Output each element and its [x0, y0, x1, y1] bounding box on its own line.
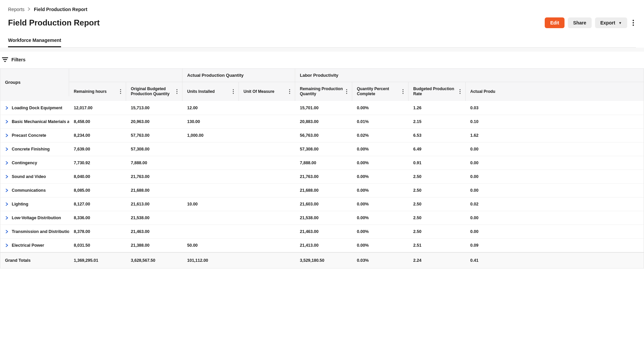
- span-header-labor-productivity[interactable]: Labor Productivity: [295, 69, 513, 82]
- svg-point-14: [233, 93, 234, 94]
- cell-remaining-hours: 8,336.00: [69, 211, 126, 225]
- group-name: Communications: [12, 188, 46, 193]
- expand-icon[interactable]: [6, 175, 8, 178]
- more-actions-button[interactable]: [631, 18, 636, 28]
- col-label: Original Budgeted Production Quantity: [131, 86, 176, 97]
- cell-units-installed: 12.00: [182, 101, 239, 115]
- cell-units-installed: [182, 142, 239, 156]
- cell-remaining-prod-qty: 57,308.00: [295, 142, 352, 156]
- table-row: Communications8,085.0021,688.0021,688.00…: [0, 183, 644, 197]
- svg-point-15: [289, 89, 290, 90]
- group-name: Precast Concrete: [12, 133, 46, 138]
- column-header-original-budgeted-qty[interactable]: Original Budgeted Production Quantity: [126, 82, 182, 101]
- expand-icon[interactable]: [6, 134, 8, 137]
- cell-actual-prod-rate: 0.10: [466, 115, 513, 128]
- expand-icon[interactable]: [6, 216, 8, 220]
- expand-icon[interactable]: [6, 120, 8, 123]
- cell-remaining-prod-qty: 21,603.00: [295, 197, 352, 211]
- span-header-blank: [69, 69, 182, 82]
- table-row: Loading Dock Equipment12,017.0015,713.00…: [0, 101, 644, 115]
- span-header-actual-production-quantity[interactable]: Actual Production Quantity: [182, 69, 295, 82]
- filter-icon: [2, 57, 8, 62]
- chevron-right-icon: [28, 7, 31, 11]
- cell-actual-prod-rate: 0.00: [466, 170, 513, 183]
- svg-point-26: [460, 93, 461, 94]
- column-menu-icon[interactable]: [120, 89, 121, 94]
- breadcrumb-root[interactable]: Reports: [8, 7, 24, 12]
- cell-qty-percent-complete: 0.00%: [352, 156, 409, 170]
- group-cell[interactable]: Low-Voltage Distribution: [0, 211, 69, 225]
- expand-icon[interactable]: [6, 202, 8, 206]
- column-header-qty-percent-complete[interactable]: Quantity Percent Complete: [352, 82, 409, 101]
- group-cell[interactable]: Transmission and Distribution: [0, 225, 69, 238]
- group-cell[interactable]: Loading Dock Equipment: [0, 101, 69, 115]
- export-button[interactable]: Export ▼: [595, 17, 627, 28]
- column-menu-icon[interactable]: [460, 89, 461, 94]
- cell-remaining-hours: 8,040.00: [69, 170, 126, 183]
- svg-point-2: [633, 24, 634, 26]
- cell-qty-percent-complete: 0.02%: [352, 129, 409, 142]
- share-button[interactable]: Share: [568, 17, 592, 28]
- column-header-remaining-prod-qty[interactable]: Remaining Production Quantity: [295, 82, 352, 101]
- expand-icon[interactable]: [6, 230, 8, 233]
- cell-budgeted-prod-rate: 6.53: [409, 129, 466, 142]
- group-cell[interactable]: Concrete Finishing: [0, 142, 69, 156]
- svg-point-22: [402, 91, 404, 92]
- cell-remaining-hours: 12,017.00: [69, 101, 126, 115]
- expand-icon[interactable]: [6, 106, 8, 110]
- group-cell[interactable]: Contingency: [0, 156, 69, 170]
- expand-icon[interactable]: [6, 244, 8, 247]
- cell-remaining-hours: 7,730.92: [69, 156, 126, 170]
- cell-original-budgeted-qty: 21,613.00: [126, 197, 182, 211]
- column-header-actual-prod-rate[interactable]: Actual Produ: [466, 82, 513, 101]
- filters-label: Filters: [11, 57, 25, 62]
- column-menu-icon[interactable]: [233, 89, 234, 94]
- col-label: Units Installed: [187, 89, 215, 94]
- cell-actual-prod-rate: 0.00: [466, 156, 513, 170]
- column-header-units-installed[interactable]: Units Installed: [182, 82, 239, 101]
- group-cell[interactable]: Communications: [0, 184, 69, 197]
- table-row: Low-Voltage Distribution8,336.0021,538.0…: [0, 211, 644, 225]
- table-row: Precast Concrete8,234.0057,763.001,000.0…: [0, 128, 644, 142]
- group-cell[interactable]: Lighting: [0, 197, 69, 211]
- filters-button[interactable]: Filters: [0, 52, 644, 68]
- col-label: Budgeted Production Rate: [413, 86, 460, 97]
- cell-units-installed: 1,000.00: [182, 129, 239, 142]
- cell-original-budgeted-qty: 57,763.00: [126, 129, 182, 142]
- cell-units-installed: [182, 156, 239, 170]
- expand-icon[interactable]: [6, 147, 8, 151]
- col-label: Remaining Production Quantity: [300, 86, 346, 97]
- svg-point-12: [233, 89, 234, 90]
- table-row: Sound and Video8,040.0021,763.0021,763.0…: [0, 170, 644, 183]
- page-title: Field Production Report: [8, 18, 100, 27]
- expand-icon[interactable]: [6, 161, 8, 165]
- group-cell[interactable]: Precast Concrete: [0, 129, 69, 142]
- column-header-groups[interactable]: Groups: [0, 69, 69, 96]
- column-menu-icon[interactable]: [289, 89, 290, 94]
- cell-budgeted-prod-rate: 2.50: [409, 184, 466, 197]
- column-menu-icon[interactable]: [402, 89, 404, 94]
- column-menu-icon[interactable]: [176, 89, 177, 94]
- group-cell[interactable]: Electrical Power: [0, 239, 69, 252]
- edit-button[interactable]: Edit: [545, 17, 564, 28]
- cell-remaining-hours: 8,234.00: [69, 129, 126, 142]
- column-header-budgeted-prod-rate[interactable]: Budgeted Production Rate: [409, 82, 466, 101]
- cell-actual-prod-rate: 0.00: [466, 225, 513, 238]
- expand-icon[interactable]: [6, 189, 8, 192]
- group-cell[interactable]: Sound and Video: [0, 170, 69, 183]
- svg-point-7: [120, 91, 121, 92]
- svg-point-9: [176, 89, 177, 90]
- cell-units-installed: 130.00: [182, 115, 239, 128]
- column-menu-icon[interactable]: [346, 89, 347, 94]
- breadcrumb-current: Field Production Report: [34, 7, 87, 12]
- grand-totals-row: Grand Totals 1,369,295.01 3,628,567.50 1…: [0, 252, 644, 268]
- column-header-remaining-hours[interactable]: Remaining hours: [69, 82, 126, 101]
- totals-remaining-prod-qty: 3,529,180.50: [295, 253, 352, 268]
- cell-original-budgeted-qty: 20,963.00: [126, 115, 182, 128]
- cell-unit-of-measure: [239, 142, 295, 156]
- tab-workforce-management[interactable]: Workforce Management: [8, 35, 61, 47]
- table-row: Electrical Power8,031.5021,388.0050.0021…: [0, 238, 644, 252]
- group-cell[interactable]: Basic Mechanical Materials an: [0, 115, 69, 128]
- col-label: Actual Produ: [470, 89, 495, 94]
- column-header-unit-of-measure[interactable]: Unit Of Measure: [239, 82, 295, 101]
